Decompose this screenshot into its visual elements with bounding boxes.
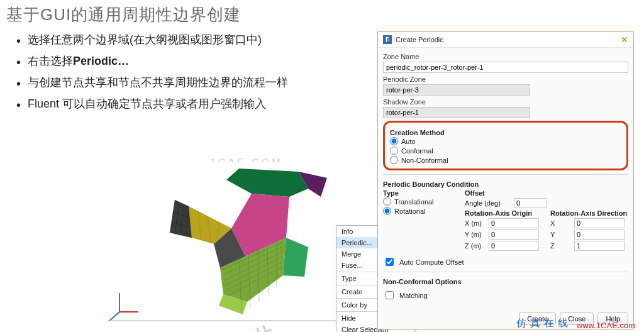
matching-label: Matching	[399, 292, 428, 299]
svg-line-34	[109, 312, 119, 321]
context-menu-label: Hide	[341, 314, 356, 322]
bullet-2-bold: Periodic…	[73, 55, 129, 67]
zone-name-input[interactable]	[383, 62, 628, 73]
svg-marker-8	[283, 238, 308, 277]
footer-url: www.1CAE.com	[577, 321, 635, 330]
radio-rotational-input[interactable]	[383, 207, 391, 215]
origin-z-label: Z (m)	[465, 242, 486, 250]
footer-brand: 仿真在线	[516, 317, 572, 330]
app-icon: F	[383, 35, 392, 44]
periodic-zone-label: Periodic Zone	[383, 75, 628, 83]
dir-x-input[interactable]	[574, 218, 625, 228]
radio-nonconformal-input[interactable]	[390, 156, 398, 164]
radio-translational-input[interactable]	[383, 197, 391, 206]
origin-x-input[interactable]	[489, 218, 539, 228]
offset-header: Offset	[465, 189, 628, 197]
origin-header: Rotation-Axis Origin	[465, 209, 539, 217]
angle-input[interactable]	[514, 198, 547, 208]
radio-rotational[interactable]: Rotational	[383, 206, 458, 216]
context-menu-label: Periodic...	[341, 239, 372, 246]
context-menu-label: Info	[341, 228, 353, 235]
shadow-zone-input[interactable]	[383, 107, 530, 118]
radio-translational[interactable]: Translational	[383, 197, 458, 206]
dir-x-label: X	[550, 219, 572, 227]
radio-auto[interactable]: Auto	[390, 136, 621, 146]
dir-z-input[interactable]	[574, 241, 625, 251]
bullet-4-pre: Fluent	[28, 97, 62, 110]
bullet-4-rest: 可以自动确定节点共享或者用户强制输入	[62, 97, 266, 110]
origin-z-input[interactable]	[489, 241, 539, 251]
close-icon[interactable]: ✕	[621, 35, 628, 45]
radio-nonconformal[interactable]: Non-Conformal	[390, 155, 621, 165]
matching-row[interactable]: Matching	[383, 289, 628, 301]
pbc-header: Periodic Boundary Condition	[383, 180, 628, 188]
title-post: 的通用周期性边界创建	[71, 5, 241, 24]
dir-z-label: Z	[550, 242, 572, 250]
dir-y-label: Y	[550, 231, 572, 238]
periodic-zone-input[interactable]	[383, 84, 530, 96]
origin-y-label: Y (m)	[465, 231, 486, 238]
auto-compute-row[interactable]: Auto Compute Offset	[383, 256, 628, 268]
direction-header: Rotation-Axis Direction	[550, 209, 627, 217]
matching-checkbox[interactable]	[386, 291, 394, 299]
radio-auto-input[interactable]	[390, 137, 398, 145]
type-header: Type	[383, 189, 458, 197]
dialog-title-text: Create Periodic	[396, 36, 617, 43]
slide-title: 基于GUI的通用周期性边界创建	[0, 0, 644, 26]
radio-conformal[interactable]: Conformal	[390, 146, 621, 155]
dir-y-input[interactable]	[574, 230, 625, 240]
create-periodic-dialog: F Create Periodic ✕ Zone Name Periodic Z…	[377, 31, 634, 329]
render-viewport[interactable]: 南京安世 InfoPeriodic...MergeFuse...Type▶Cre…	[94, 162, 358, 326]
svg-marker-0	[226, 169, 308, 197]
auto-compute-checkbox[interactable]	[386, 258, 394, 266]
context-menu-label: Color by	[341, 301, 367, 309]
auto-compute-label: Auto Compute Offset	[399, 258, 464, 266]
zone-name-label: Zone Name	[383, 53, 628, 60]
context-menu-label: Merge	[341, 250, 361, 258]
creation-method-header: Creation Method	[390, 129, 621, 136]
bullet-2-pre: 右击选择	[28, 55, 73, 67]
dialog-titlebar: F Create Periodic ✕	[378, 32, 633, 48]
radio-conformal-input[interactable]	[390, 147, 398, 155]
origin-x-label: X (m)	[465, 219, 486, 227]
angle-label: Angle (deg)	[465, 199, 510, 207]
title-gui: GUI	[40, 5, 71, 24]
svg-marker-5	[170, 200, 192, 238]
context-menu-label: Create	[341, 288, 362, 296]
rotor-mesh-render	[94, 162, 358, 326]
title-pre: 基于	[6, 5, 40, 24]
origin-y-input[interactable]	[489, 230, 539, 240]
context-menu-label: Type	[341, 275, 357, 282]
creation-method-highlight: Creation Method Auto Conformal Non-Confo…	[383, 121, 628, 170]
nco-header: Non-Conformal Options	[383, 278, 628, 285]
context-menu-label: Fuse...	[341, 262, 363, 269]
shadow-zone-label: Shadow Zone	[383, 98, 628, 106]
